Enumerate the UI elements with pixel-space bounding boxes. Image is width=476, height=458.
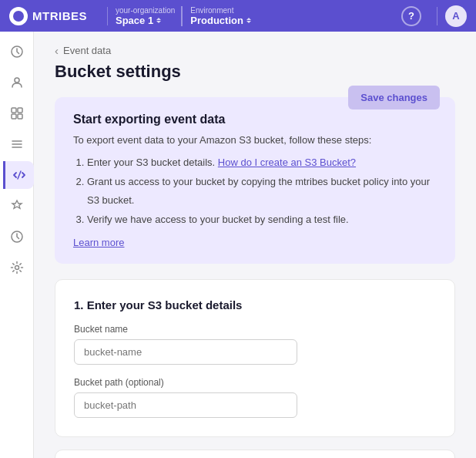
logo: MTRIBES [9,7,87,25]
info-steps: Enter your S3 bucket details. How do I c… [73,153,437,229]
breadcrumb-arrow-icon: ‹ [55,44,59,57]
sidebar-item-settings[interactable] [3,254,31,281]
svg-point-1 [15,78,19,83]
settings-icon [10,261,24,274]
sidebar-item-audience[interactable] [3,69,31,96]
avatar[interactable]: A [445,5,467,27]
main-layout: ‹ Event data Save changes Bucket setting… [0,32,476,458]
org-value: Space 1 [116,15,175,26]
section1-title: 1. Enter your S3 bucket details [74,298,436,312]
nav-divider [107,7,108,25]
bucket-path-input[interactable] [74,392,297,418]
integrations-icon [10,199,24,213]
svg-rect-3 [18,108,22,113]
svg-rect-4 [12,114,16,119]
step-3: Verify we have access to your bucket by … [87,210,437,228]
analytics-icon [10,45,24,59]
breadcrumb[interactable]: ‹ Event data [55,44,455,57]
step-2: Grant us access to your bucket by copyin… [87,173,437,209]
topnav: MTRIBES your-organization Space 1 Enviro… [0,0,476,32]
env-chevron-icon [246,18,251,23]
save-button[interactable]: Save changes [348,86,440,109]
info-card-desc: To export event data to your Amazon S3 b… [73,134,437,146]
code-icon [12,168,26,182]
step-1: Enter your S3 bucket details. How do I c… [87,153,437,171]
header-row: ‹ Event data Save changes [55,44,455,57]
logo-icon [9,7,28,25]
sidebar-item-history[interactable] [3,223,31,251]
org-chevron-icon [156,18,161,23]
info-card-title: Start exporting event data [73,113,437,126]
page-title: Bucket settings [55,62,455,82]
content-icon [10,106,24,120]
learn-more-link[interactable]: Learn more [73,237,124,248]
content-inner: ‹ Event data Save changes Bucket setting… [39,32,471,458]
sidebar [0,32,34,458]
org-block[interactable]: your-organization Space 1 [116,6,175,26]
env-label: Environment [190,6,251,15]
env-value: Production [190,15,251,26]
sidebar-item-analytics[interactable] [3,38,31,66]
bucket-name-label: Bucket name [74,324,436,335]
org-label: your-organization [116,6,175,15]
info-card: Start exporting event data To export eve… [55,97,455,264]
env-block[interactable]: Environment Production [181,6,251,26]
help-button[interactable]: ? [401,6,421,26]
breadcrumb-parent: Event data [63,45,111,56]
section2-card: 2. Grant bucket access To grant access, … [55,450,455,458]
sidebar-item-code[interactable] [3,161,34,189]
bucket-name-input[interactable] [74,339,297,365]
svg-point-11 [15,266,18,270]
bucket-path-label: Bucket path (optional) [74,377,436,388]
s3-help-link[interactable]: How do I create an S3 Bucket? [218,157,356,168]
svg-line-9 [18,171,21,179]
content-area: ‹ Event data Save changes Bucket setting… [34,32,476,458]
nav-divider-2 [437,7,437,25]
sidebar-item-integrations[interactable] [3,192,31,220]
logo-text: MTRIBES [32,9,87,22]
svg-rect-5 [18,114,22,119]
sidebar-item-content[interactable] [3,99,31,127]
sidebar-item-operators[interactable] [3,130,31,158]
svg-rect-2 [12,108,16,113]
operators-icon [10,137,24,151]
history-icon [10,230,24,244]
section1-card: 1. Enter your S3 bucket details Bucket n… [55,279,455,437]
audience-icon [10,76,24,89]
